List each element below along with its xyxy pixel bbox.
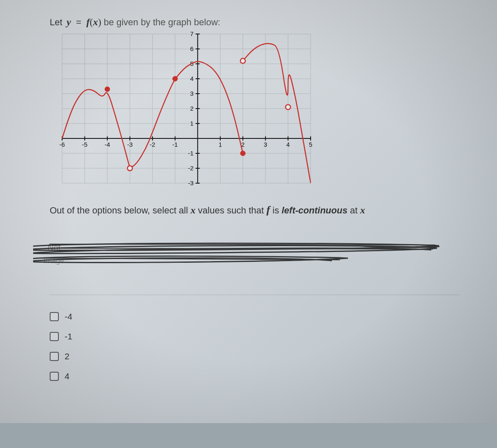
svg-text:-3: -3 [127, 141, 133, 148]
q-fvar: f [266, 204, 270, 216]
q-xvar2: x [360, 205, 365, 216]
option-row-2[interactable]: 2 [50, 347, 460, 367]
svg-text:3: 3 [190, 90, 193, 97]
svg-text:-1: -1 [188, 150, 193, 157]
checkbox-icon[interactable] [50, 352, 59, 361]
q-part2: values such that [195, 205, 266, 216]
svg-text:1: 1 [190, 120, 193, 127]
svg-text:7: 7 [190, 30, 193, 37]
option-row-1[interactable]: -1 [50, 327, 460, 347]
svg-point-68 [240, 58, 245, 63]
chart-container: -6-5-4-3-2-112345-3-2-11234567 [54, 30, 460, 191]
option-row-3[interactable]: 4 [50, 367, 460, 387]
checkbox-icon[interactable] [50, 332, 59, 341]
svg-text:5: 5 [309, 141, 312, 148]
option-label: -1 [65, 332, 72, 341]
svg-text:2: 2 [190, 105, 193, 112]
svg-text:-1: -1 [172, 141, 178, 148]
q-term: left-continuous [282, 205, 347, 216]
svg-text:3: 3 [264, 141, 267, 148]
svg-text:1: 1 [219, 141, 222, 148]
scribble-icon [33, 241, 447, 272]
equals-sign: = [76, 17, 81, 27]
svg-text:4: 4 [190, 75, 193, 82]
option-label: 2 [65, 351, 70, 361]
var-y: y [67, 17, 71, 27]
question-text: Out of the options below, select all x v… [50, 202, 460, 218]
prompt-tail: be given by the graph below: [104, 17, 220, 27]
q-xvar: x [191, 205, 195, 216]
checkbox-icon[interactable] [50, 312, 59, 321]
q-part4: at [347, 205, 360, 216]
svg-text:-3: -3 [188, 179, 193, 186]
redacted-note: Not Image [50, 241, 460, 270]
question-page: Let y = f(x) be given by the graph below… [0, 0, 497, 423]
svg-text:4: 4 [286, 141, 290, 148]
svg-point-71 [173, 76, 178, 81]
q-part3: is [270, 205, 282, 216]
svg-text:-6: -6 [59, 141, 65, 148]
var-x: x [93, 17, 98, 27]
option-label: -4 [65, 312, 72, 322]
word-let: Let [50, 17, 65, 27]
rparen: ) [98, 17, 101, 27]
checkbox-icon[interactable] [50, 372, 59, 381]
svg-text:6: 6 [190, 45, 193, 52]
svg-point-70 [105, 87, 110, 92]
option-row-0[interactable]: -4 [50, 308, 460, 327]
svg-point-67 [128, 166, 133, 171]
svg-text:-2: -2 [150, 141, 155, 148]
options-list: -4 -1 2 4 [50, 295, 460, 387]
prompt-text: Let y = f(x) be given by the graph below… [50, 17, 460, 28]
svg-text:-2: -2 [188, 165, 193, 172]
svg-point-69 [285, 104, 290, 109]
function-graph: -6-5-4-3-2-112345-3-2-11234567 [54, 30, 319, 191]
svg-text:-4: -4 [104, 141, 110, 148]
svg-text:-5: -5 [82, 141, 87, 148]
q-part1: Out of the options below, select all [50, 205, 191, 216]
option-label: 4 [65, 371, 70, 381]
svg-point-72 [240, 151, 245, 156]
